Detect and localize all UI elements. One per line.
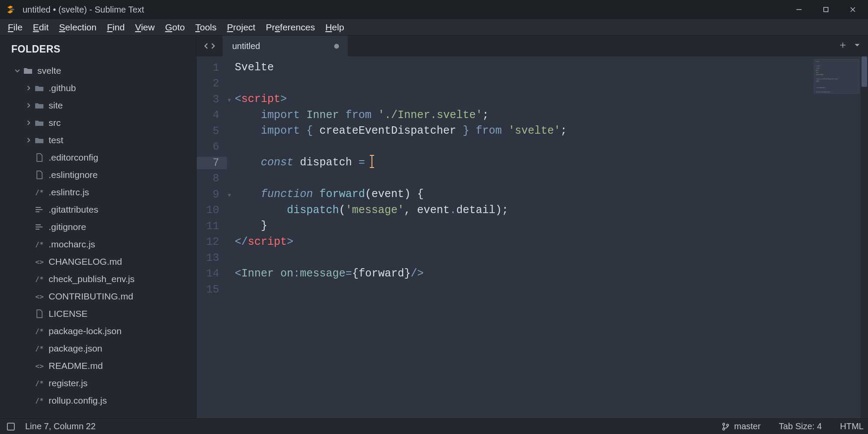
status-position[interactable]: Line 7, Column 22 [25, 421, 95, 431]
tree-item--github[interactable]: .github [0, 79, 196, 97]
code-line[interactable] [235, 171, 868, 187]
tab-nav-arrows[interactable] [197, 36, 223, 56]
tree-item-register-js[interactable]: /*register.js [0, 375, 196, 392]
code-line[interactable]: dispatch('message', event.detail); [235, 203, 868, 219]
svg-rect-1 [824, 7, 828, 12]
tree-item-package-json[interactable]: /*package.json [0, 340, 196, 357]
tree-item-site[interactable]: site [0, 97, 196, 114]
line-number: 8 [197, 172, 227, 185]
line-number: 2 [197, 77, 227, 90]
tree-item--gitignore[interactable]: .gitignore [0, 218, 196, 236]
tab-untitled[interactable]: untitled [223, 36, 348, 56]
expand-icon [25, 397, 32, 404]
tab-dropdown-button[interactable] [854, 42, 860, 50]
window-controls [786, 0, 866, 19]
file-icon [35, 309, 44, 318]
folder-icon [35, 84, 44, 92]
code-line[interactable]: function forward(event) { [235, 187, 868, 203]
code-icon: /* [35, 240, 44, 249]
code-area[interactable]: 123▾456789▾101112131415 Svelte<script> i… [197, 56, 868, 418]
new-tab-button[interactable] [839, 42, 846, 50]
menu-goto[interactable]: Goto [160, 22, 190, 33]
menu-view[interactable]: View [130, 22, 160, 33]
expand-icon [25, 310, 32, 317]
tree-item-check-publish-env-js[interactable]: /*check_publish_env.js [0, 270, 196, 288]
code-icon: /* [35, 397, 44, 405]
expand-icon [25, 137, 32, 144]
code-line[interactable]: import Inner from './Inner.svelte'; [235, 108, 868, 124]
status-syntax[interactable]: HTML [840, 421, 864, 431]
menu-file[interactable]: File [3, 22, 28, 33]
status-tab-size[interactable]: Tab Size: 4 [779, 421, 822, 431]
menu-selection[interactable]: Selection [54, 22, 102, 33]
menu-edit[interactable]: Edit [28, 22, 54, 33]
close-button[interactable] [839, 0, 866, 19]
menu-tools[interactable]: Tools [190, 22, 222, 33]
tree-item--eslintignore[interactable]: .eslintignore [0, 166, 196, 184]
minimize-button[interactable] [786, 0, 812, 19]
line-number: 7 [197, 157, 227, 169]
tree-item-rollup-config-js[interactable]: /*rollup.config.js [0, 392, 196, 409]
expand-icon [25, 345, 32, 352]
tree-item-test[interactable]: test [0, 132, 196, 149]
tree-item-src[interactable]: src [0, 114, 196, 132]
menu-find[interactable]: Find [102, 22, 130, 33]
svg-point-13 [723, 428, 725, 430]
file-icon [35, 171, 44, 179]
tree-item--mocharc-js[interactable]: /*.mocharc.js [0, 236, 196, 253]
panel-switcher-icon[interactable] [7, 423, 15, 431]
sidebar: FOLDERS svelte.githubsitesrctest.editorc… [0, 36, 196, 418]
line-number: 14 [197, 267, 227, 280]
expand-icon [25, 206, 32, 213]
git-branch-icon [722, 423, 730, 431]
code-line[interactable] [235, 250, 868, 266]
tree-item-package-lock-json[interactable]: /*package-lock.json [0, 322, 196, 340]
editor-area: untitled 123▾456789▾101112131415 Svelte<… [196, 36, 868, 418]
code-line[interactable]: </script> [235, 234, 868, 250]
status-git-branch[interactable]: master [722, 421, 760, 431]
code-line[interactable]: import { createEventDispatcher } from 's… [235, 123, 868, 139]
menu-bar: FileEditSelectionFindViewGotoToolsProjec… [0, 19, 868, 36]
tree-item--gitattributes[interactable]: .gitattributes [0, 201, 196, 218]
tree-item--editorconfig[interactable]: .editorconfig [0, 149, 196, 166]
tab-label: untitled [232, 41, 260, 51]
menu-project[interactable]: Project [222, 22, 260, 33]
expand-icon [25, 241, 32, 248]
code-icon: /* [35, 379, 44, 388]
line-number: 10 [197, 204, 227, 217]
dirty-indicator-icon [334, 44, 339, 49]
svg-point-14 [727, 424, 729, 426]
code-icon: /* [35, 188, 44, 197]
expand-icon [25, 189, 32, 196]
tree-item-license[interactable]: LICENSE [0, 305, 196, 322]
expand-icon [25, 293, 32, 300]
code-line[interactable] [235, 282, 868, 298]
md-icon: <> [35, 362, 44, 370]
tree-item-changelog-md[interactable]: <>CHANGELOG.md [0, 253, 196, 270]
tree-item-readme-md[interactable]: <>README.md [0, 357, 196, 375]
code-line[interactable] [235, 76, 868, 92]
code-line[interactable]: <script> [235, 92, 868, 108]
code-line[interactable] [235, 139, 868, 155]
menu-help[interactable]: Help [320, 22, 349, 33]
svg-point-12 [723, 423, 725, 425]
code-line[interactable]: <Inner on:message={forward}/> [235, 266, 868, 282]
status-bar: Line 7, Column 22 master Tab Size: 4 HTM… [0, 418, 868, 434]
code-line[interactable]: const dispatch = [235, 155, 868, 171]
line-number: 15 [197, 283, 227, 296]
line-number: 11 [197, 220, 227, 233]
tree-item--eslintrc-js[interactable]: /*.eslintrc.js [0, 184, 196, 201]
folder-icon [35, 102, 44, 109]
code-line[interactable]: } [235, 218, 868, 234]
expand-icon [14, 67, 21, 74]
code-line[interactable]: Svelte [235, 60, 868, 76]
minimap[interactable]: Svelte <script> import Inner from './Inn… [814, 59, 859, 94]
tree-item-contributing-md[interactable]: <>CONTRIBUTING.md [0, 288, 196, 305]
vertical-scrollbar[interactable] [861, 56, 868, 418]
menu-preferences[interactable]: Preferences [260, 22, 320, 33]
attr-icon [35, 224, 44, 230]
tree-item-svelte[interactable]: svelte [0, 62, 196, 79]
expand-icon [25, 224, 32, 230]
file-icon [35, 153, 44, 162]
maximize-button[interactable] [812, 0, 839, 19]
